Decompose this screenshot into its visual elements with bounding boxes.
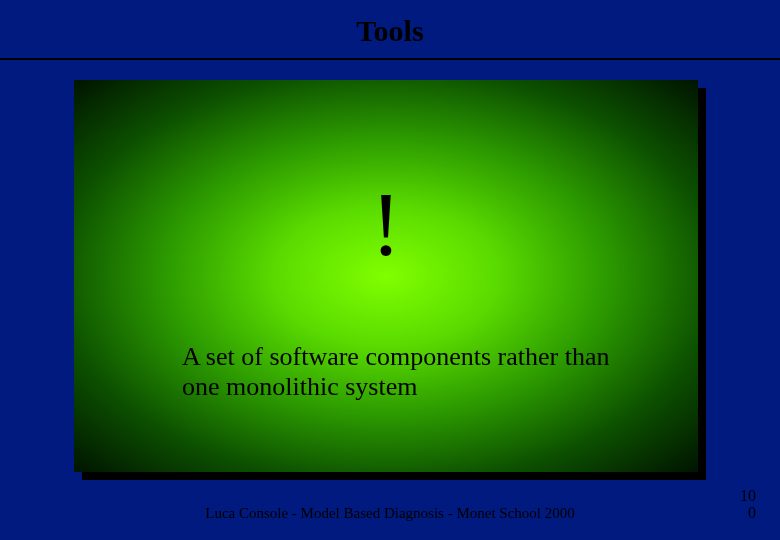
slide: Tools ! A set of software components rat… [0,0,780,540]
content-box: ! A set of software components rather th… [74,80,698,472]
content-body-text: A set of software components rather than… [182,342,642,402]
page-number: 10 0 [740,488,756,522]
page-number-bottom: 0 [748,504,756,521]
title-divider [0,58,780,60]
exclamation-mark: ! [74,180,698,270]
page-number-top: 10 [740,487,756,504]
slide-title: Tools [0,14,780,48]
slide-footer: Luca Console - Model Based Diagnosis - M… [0,505,780,522]
